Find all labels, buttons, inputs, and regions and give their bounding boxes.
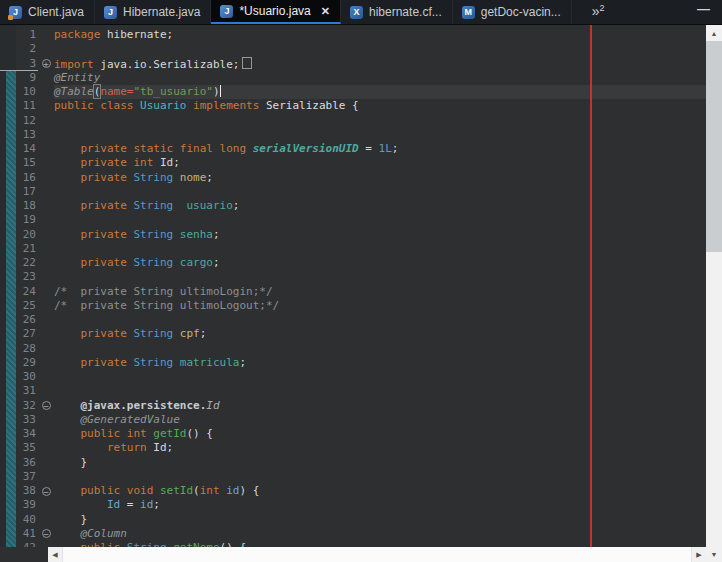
file-badge-icon <box>8 15 13 20</box>
tab-label: Hibernate.java <box>123 5 200 19</box>
vertical-scrollbar-thumb[interactable] <box>706 41 722 252</box>
collapsed-region-icon[interactable] <box>242 57 252 69</box>
token-pl <box>54 171 81 184</box>
token-sv: serialVersionUID <box>253 142 359 155</box>
token-pl: ; <box>200 327 207 340</box>
token-pl <box>173 327 180 340</box>
code-text: private String matricula; <box>54 356 706 370</box>
code-line[interactable]: 12 <box>0 114 706 128</box>
line-number: 15 <box>0 156 38 170</box>
token-kw: public void <box>81 484 160 497</box>
code-line[interactable]: 21 <box>0 242 706 256</box>
code-line[interactable]: 17 <box>0 185 706 199</box>
code-text: private String cpf; <box>54 327 706 341</box>
code-line[interactable]: 24/* private String ultimoLogin;*/ <box>0 285 706 299</box>
tab-hibernate-java[interactable]: JHibernate.java <box>95 0 211 24</box>
token-pl <box>54 527 81 540</box>
code-line[interactable]: 10@Table(name="tb_usuario") <box>0 85 706 99</box>
fold-column <box>38 313 54 327</box>
fold-collapse-icon[interactable]: − <box>42 529 51 538</box>
code-line[interactable]: 15 private int Id; <box>0 156 706 170</box>
code-line[interactable]: 22 private String cargo; <box>0 256 706 270</box>
code-line[interactable]: 39 Id = id; <box>0 498 706 512</box>
tab-label: *Usuario.java <box>239 4 310 18</box>
fold-collapse-icon[interactable]: − <box>42 401 51 410</box>
fold-column <box>38 242 54 256</box>
fold-column <box>38 270 54 284</box>
code-editor[interactable]: 1package hibernate;23+import java.io.Ser… <box>0 25 706 547</box>
code-text: @Column <box>54 527 706 541</box>
fold-collapse-icon[interactable]: − <box>42 487 51 496</box>
code-line[interactable]: 3+import java.io.Serializable; <box>0 57 706 71</box>
fold-column <box>38 441 54 455</box>
token-ann: @Table <box>54 85 94 98</box>
code-line[interactable]: 27 private String cpf; <box>0 327 706 341</box>
code-line[interactable]: 26 <box>0 313 706 327</box>
code-line[interactable]: 37 <box>0 470 706 484</box>
tab-getdoc-vacin[interactable]: MgetDoc-vacin... <box>453 0 572 24</box>
code-line[interactable]: 40 } <box>0 513 706 527</box>
scroll-up-icon[interactable]: ▲ <box>706 25 722 41</box>
code-line[interactable]: 31 <box>0 384 706 398</box>
code-line[interactable]: 16 private String nome; <box>0 171 706 185</box>
line-number: 34 <box>0 427 38 441</box>
close-tab-icon[interactable]: ✕ <box>321 5 330 18</box>
line-number: 26 <box>0 313 38 327</box>
tab-client-java[interactable]: JClient.java <box>0 0 95 24</box>
code-text: } <box>54 456 706 470</box>
scroll-down-icon[interactable]: ▼ <box>706 546 722 562</box>
code-text <box>54 384 706 398</box>
code-line[interactable]: 1package hibernate; <box>0 28 706 42</box>
line-number: 24 <box>0 285 38 299</box>
token-type: String <box>133 256 173 269</box>
token-prm: Id <box>107 498 120 511</box>
code-line[interactable]: 33 @GeneratedValue <box>0 413 706 427</box>
code-line[interactable]: 23 <box>0 270 706 284</box>
code-line[interactable]: 36 } <box>0 456 706 470</box>
tab-hibernate-cf[interactable]: Xhibernate.cf... <box>341 0 453 24</box>
editor-tab-bar: JClient.javaJHibernate.javaJ*Usuario.jav… <box>0 0 722 25</box>
token-ann: @GeneratedValue <box>81 413 180 426</box>
code-line[interactable]: 20 private String senha; <box>0 228 706 242</box>
tab-label: Client.java <box>28 5 84 19</box>
fold-expand-icon[interactable]: + <box>42 59 51 68</box>
tab-overflow-indicator[interactable]: »2 <box>592 0 605 24</box>
code-line[interactable]: 9@Entity <box>0 71 706 85</box>
minimize-icon[interactable]: — <box>697 0 710 16</box>
code-line[interactable]: 11public class Usuario implements Serial… <box>0 99 706 113</box>
code-line[interactable]: 14 private static final long serialVersi… <box>0 142 706 156</box>
horizontal-scrollbar[interactable]: ◀ ▶ <box>48 547 706 562</box>
code-line[interactable]: 28 <box>0 342 706 356</box>
line-number: 3 <box>0 57 38 71</box>
line-number: 12 <box>0 114 38 128</box>
code-line[interactable]: 13 <box>0 128 706 142</box>
tab-usuario-java[interactable]: J*Usuario.java✕ <box>211 0 341 24</box>
code-text: Id = id; <box>54 498 706 512</box>
code-line[interactable]: 29 private String matricula; <box>0 356 706 370</box>
code-text <box>54 242 706 256</box>
code-line[interactable]: 35 return Id; <box>0 441 706 455</box>
token-fldy: cpf <box>180 327 200 340</box>
code-line[interactable]: 32− @javax.persistence.Id <box>0 399 706 413</box>
token-pl: = <box>359 142 379 155</box>
code-line[interactable]: 41− @Column <box>0 527 706 541</box>
scroll-right-icon[interactable]: ▶ <box>692 551 706 559</box>
line-number: 14 <box>0 142 38 156</box>
line-number: 31 <box>0 384 38 398</box>
code-line[interactable]: 18 private String usuario; <box>0 199 706 213</box>
code-text <box>54 114 706 128</box>
fold-column <box>38 413 54 427</box>
vertical-scrollbar[interactable]: ▲ ▼ <box>706 25 722 562</box>
horizontal-scrollbar-thumb[interactable] <box>62 547 692 562</box>
code-line[interactable]: 25/* private String ultimoLogout;*/ <box>0 299 706 313</box>
token-pl: java.io.Serializable; <box>94 58 240 71</box>
chevron-overflow-icon: » <box>592 3 600 19</box>
code-line[interactable]: 2 <box>0 42 706 56</box>
code-line[interactable]: 30 <box>0 370 706 384</box>
scroll-left-icon[interactable]: ◀ <box>48 551 62 559</box>
code-line[interactable]: 19 <box>0 213 706 227</box>
code-line[interactable]: 34 public int getId() { <box>0 427 706 441</box>
token-pl <box>54 498 107 511</box>
fold-column <box>38 256 54 270</box>
code-line[interactable]: 38− public void setId(int id) { <box>0 484 706 498</box>
